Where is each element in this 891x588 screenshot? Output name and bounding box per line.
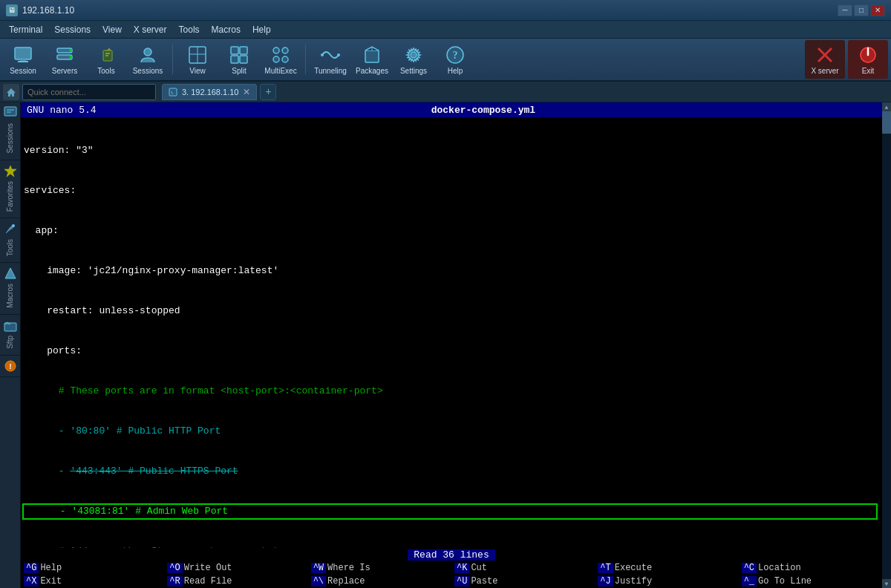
svg-rect-16 bbox=[240, 47, 247, 54]
shortcut-exit-key: ^X bbox=[24, 576, 39, 587]
scrollbar-right[interactable]: ▲ ▼ bbox=[882, 102, 891, 588]
toolbar-session-label: Session bbox=[10, 67, 36, 75]
app-icon: 🖥 bbox=[6, 4, 18, 16]
menu-help[interactable]: Help bbox=[247, 23, 277, 36]
sidebar-sessions-icon[interactable] bbox=[3, 105, 18, 120]
toolbar: Session Servers Tools Sessions View Spli… bbox=[0, 39, 891, 82]
quick-connect-bar: 3. 192.168.1.10 ✕ + bbox=[0, 82, 891, 102]
sidebar-tools-label[interactable]: Tools bbox=[6, 236, 14, 259]
sidebar-favorites-icon[interactable] bbox=[3, 163, 18, 178]
packages-icon bbox=[362, 45, 382, 65]
svg-point-6 bbox=[69, 56, 72, 59]
menu-macros[interactable]: Macros bbox=[206, 23, 247, 36]
shortcut-paste-desc: Paste bbox=[471, 576, 497, 587]
toolbar-xserver[interactable]: X server bbox=[805, 40, 845, 79]
tab-session-1[interactable]: 3. 192.168.1.10 ✕ bbox=[162, 84, 257, 100]
home-icon bbox=[3, 84, 19, 100]
sidebar-macros-icon[interactable] bbox=[3, 266, 18, 281]
shortcut-replace-desc: Replace bbox=[327, 576, 365, 587]
toolbar-view[interactable]: View bbox=[177, 40, 218, 79]
nano-modified bbox=[870, 105, 876, 116]
toolbar-multiexec-label: MultiExec bbox=[264, 67, 296, 75]
toolbar-tools[interactable]: Tools bbox=[86, 40, 126, 79]
settings-icon bbox=[403, 45, 424, 65]
menu-tools[interactable]: Tools bbox=[173, 23, 206, 36]
svg-marker-39 bbox=[4, 166, 16, 177]
tunneling-icon bbox=[320, 45, 341, 65]
scroll-up-arrow[interactable]: ▲ bbox=[882, 102, 891, 111]
shortcut-readfile-key: ^R bbox=[167, 576, 182, 587]
minimize-button[interactable]: ─ bbox=[838, 4, 852, 16]
menu-sessions[interactable]: Sessions bbox=[48, 23, 97, 36]
shortcut-execute-key: ^T bbox=[598, 563, 613, 573]
shortcut-writeout: ^O Write Out bbox=[164, 561, 307, 575]
sidebar-favorites-label[interactable]: Favorites bbox=[6, 178, 14, 215]
menu-xserver[interactable]: X server bbox=[128, 23, 173, 36]
toolbar-split[interactable]: Split bbox=[219, 40, 259, 79]
maximize-button[interactable]: □ bbox=[854, 4, 869, 16]
shortcut-writeout-key: ^O bbox=[167, 563, 182, 573]
code-line-3: app: bbox=[24, 224, 879, 238]
code-line-8: - '80:80' # Public HTTP Port bbox=[24, 425, 879, 438]
svg-rect-0 bbox=[15, 48, 31, 59]
terminal-wrapper: GNU nano 5.4 docker-compose.yml version:… bbox=[21, 102, 882, 588]
status-text: Read 36 lines bbox=[408, 549, 495, 561]
scroll-track[interactable] bbox=[882, 111, 891, 579]
shortcut-cut-key: ^K bbox=[454, 563, 469, 573]
sidebar-sessions-label[interactable]: Sessions bbox=[6, 120, 14, 157]
toolbar-servers[interactable]: Servers bbox=[45, 40, 85, 79]
sessions-icon bbox=[137, 45, 158, 65]
tab-terminal-icon bbox=[169, 88, 177, 97]
sidebar-sftp-section: Sftp bbox=[0, 315, 20, 356]
close-button[interactable]: ✕ bbox=[870, 4, 885, 16]
shortcut-execute: ^T Execute bbox=[595, 561, 738, 575]
svg-rect-33 bbox=[169, 88, 177, 96]
sidebar-sftp-label[interactable]: Sftp bbox=[6, 333, 14, 352]
shortcut-cut-desc: Cut bbox=[471, 563, 487, 573]
sidebar-extra-icon[interactable]: ! bbox=[3, 359, 18, 373]
toolbar-tunneling[interactable]: Tunneling bbox=[310, 40, 350, 79]
shortcut-execute-desc: Execute bbox=[615, 563, 652, 573]
sidebar-sftp-icon[interactable] bbox=[3, 318, 18, 333]
new-tab-button[interactable]: + bbox=[260, 84, 276, 100]
toolbar-divider-2 bbox=[305, 45, 306, 74]
sidebar-macros-section: Macros bbox=[0, 263, 20, 315]
nano-version: GNU nano 5.4 bbox=[27, 105, 97, 116]
toolbar-exit[interactable]: Exit bbox=[848, 40, 888, 79]
quick-connect-input[interactable] bbox=[22, 84, 156, 100]
code-line-2: services: bbox=[24, 184, 879, 197]
shortcut-whereis: ^W Where Is bbox=[308, 561, 451, 575]
shortcut-writeout-desc: Write Out bbox=[184, 563, 232, 573]
svg-rect-2 bbox=[18, 61, 28, 62]
menu-terminal[interactable]: Terminal bbox=[3, 23, 48, 36]
toolbar-session[interactable]: Session bbox=[3, 40, 43, 79]
toolbar-help[interactable]: ? Help bbox=[435, 40, 475, 79]
scroll-thumb[interactable] bbox=[882, 111, 891, 134]
sidebar-tools-icon[interactable] bbox=[3, 221, 18, 236]
window-title: 192.168.1.10 bbox=[22, 5, 838, 16]
nano-shortcuts: ^G Help ^O Write Out ^W Where Is ^K Cut … bbox=[21, 561, 882, 588]
svg-rect-25 bbox=[365, 50, 379, 62]
toolbar-sessions2[interactable]: Sessions bbox=[128, 40, 168, 79]
code-line-5: restart: unless-stopped bbox=[24, 304, 879, 318]
toolbar-multiexec[interactable]: MultiExec bbox=[261, 40, 301, 79]
editor-content[interactable]: version: "3" services: app: image: 'jc21… bbox=[21, 117, 882, 548]
scroll-down-arrow[interactable]: ▼ bbox=[882, 579, 891, 588]
menu-view[interactable]: View bbox=[97, 23, 128, 36]
shortcut-goto-key: ^_ bbox=[742, 576, 757, 587]
toolbar-split-label: Split bbox=[232, 67, 246, 75]
tab-bar: 3. 192.168.1.10 ✕ + bbox=[159, 83, 888, 100]
sidebar-macros-label[interactable]: Macros bbox=[6, 281, 14, 311]
code-line-10: - '43081:81' # Admin Web Port bbox=[24, 505, 879, 518]
toolbar-packages[interactable]: Packages bbox=[352, 40, 392, 79]
shortcut-help: ^G Help bbox=[21, 561, 164, 575]
svg-point-40 bbox=[12, 224, 15, 227]
svg-rect-36 bbox=[4, 107, 16, 116]
tab-close-button[interactable]: ✕ bbox=[243, 87, 250, 97]
sidebar-favorites-section: Favorites bbox=[0, 160, 20, 218]
toolbar-settings[interactable]: Settings bbox=[394, 40, 434, 79]
svg-text:?: ? bbox=[453, 50, 458, 61]
svg-point-19 bbox=[273, 48, 279, 53]
multiexec-icon bbox=[270, 45, 291, 65]
toolbar-settings-label: Settings bbox=[400, 67, 427, 75]
